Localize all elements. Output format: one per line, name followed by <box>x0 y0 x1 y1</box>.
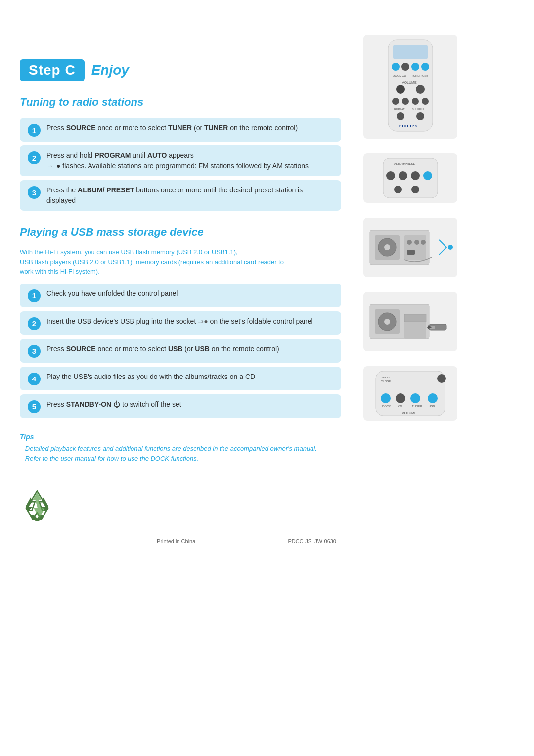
device-svg-2 <box>367 294 454 349</box>
svg-point-35 <box>407 240 412 245</box>
usb-step-number-1: 1 <box>28 289 41 302</box>
svg-text:CD: CD <box>398 405 402 408</box>
step-c-label: Step C <box>20 59 85 81</box>
svg-point-3 <box>401 63 409 71</box>
svg-rect-46 <box>429 326 435 329</box>
hifi-device-image-2 <box>363 292 457 351</box>
usb-step-1-text: Check you have unfolded the control pane… <box>46 288 333 299</box>
svg-text:VOLUME: VOLUME <box>402 81 417 84</box>
tuning-step-2-text: Press and hold PROGRAM until AUTO appear… <box>46 150 333 171</box>
svg-point-12 <box>416 85 425 94</box>
svg-point-4 <box>411 63 419 71</box>
svg-text:DOCK: DOCK <box>393 74 401 77</box>
svg-point-26 <box>411 171 420 180</box>
svg-rect-34 <box>404 235 426 260</box>
step-enjoy-label: Enjoy <box>91 62 129 78</box>
device-svg-1 <box>367 220 454 275</box>
svg-text:TUNER: TUNER <box>411 74 422 77</box>
svg-point-13 <box>392 98 399 105</box>
usb-step-5-text: Press STANDBY-ON ⏻ to switch off the set <box>46 399 333 410</box>
svg-text:DOCK: DOCK <box>382 405 391 408</box>
usb-step-4-text: Play the USB's audio files as you do wit… <box>46 372 333 382</box>
svg-point-36 <box>414 240 419 245</box>
hifi-device-image-1 <box>363 218 457 277</box>
svg-text:TUNER: TUNER <box>412 405 422 408</box>
remote-small-image: ALBUM/PRESET <box>363 153 457 203</box>
svg-point-5 <box>421 63 429 71</box>
svg-text:OPEN/: OPEN/ <box>381 376 390 379</box>
usb-step-2: 2 Insert the USB device's USB plug into … <box>20 311 341 335</box>
svg-point-33 <box>384 244 390 250</box>
svg-text:USB: USB <box>422 74 428 77</box>
svg-text:CD: CD <box>402 74 406 77</box>
step-number-3: 3 <box>28 186 41 199</box>
svg-point-14 <box>402 98 409 105</box>
tips-text: – Detailed playback features and additio… <box>20 444 341 465</box>
svg-point-15 <box>412 98 419 105</box>
usb-step-number-5: 5 <box>28 400 41 413</box>
usb-step-1: 1 Check you have unfolded the control pa… <box>20 284 341 307</box>
svg-point-25 <box>399 171 407 180</box>
page-container: Step C Enjoy Tuning to radio stations 1 … <box>0 0 534 756</box>
usb-step-number-2: 2 <box>28 317 41 330</box>
remote-control-image: DOCK CD TUNER USB VOLUME REPEAT SHUFFLE <box>363 35 457 139</box>
usb-step-3: 3 Press SOURCE once or more to select US… <box>20 339 341 363</box>
svg-point-27 <box>423 171 432 180</box>
footer: Printed in China PDCC-JS_JW-0630 <box>20 489 341 544</box>
svg-text:REPEAT: REPEAT <box>394 108 405 111</box>
usb-intro-text: With the Hi-Fi system, you can use USB f… <box>20 247 341 277</box>
svg-point-50 <box>437 374 446 383</box>
usb-step-number-3: 3 <box>28 345 41 358</box>
tuning-steps-list: 1 Press SOURCE once or more to select TU… <box>20 118 341 211</box>
svg-text:SHUFFLE: SHUFFLE <box>412 108 424 111</box>
svg-point-20 <box>416 112 424 120</box>
tuning-step-2: 2 Press and hold PROGRAM until AUTO appe… <box>20 145 341 176</box>
svg-point-28 <box>394 186 402 193</box>
usb-step-5: 5 Press STANDBY-ON ⏻ to switch off the s… <box>20 394 341 418</box>
svg-point-51 <box>381 393 391 403</box>
svg-text:ALBUM/PRESET: ALBUM/PRESET <box>394 162 417 165</box>
footer-model: PDCC-JS_JW-0630 <box>288 538 336 544</box>
svg-point-11 <box>396 85 405 94</box>
step-number-2: 2 <box>28 151 41 164</box>
remote-bottom-svg: OPEN/ CLOSE DOCK CD TUNER USB VOLUME <box>368 369 452 418</box>
remote-svg: DOCK CD TUNER USB VOLUME REPEAT SHUFFLE <box>378 37 443 136</box>
remote-small-svg: ALBUM/PRESET <box>378 156 443 200</box>
tips-title: Tips <box>20 433 341 441</box>
usb-steps-list: 1 Check you have unfolded the control pa… <box>20 284 341 418</box>
svg-point-29 <box>411 186 419 193</box>
usb-step-4: 4 Play the USB's audio files as you do w… <box>20 367 341 390</box>
svg-text:USB: USB <box>429 405 435 408</box>
svg-point-54 <box>428 393 438 403</box>
remote-bottom-image: OPEN/ CLOSE DOCK CD TUNER USB VOLUME <box>363 366 457 421</box>
svg-point-37 <box>421 240 426 245</box>
svg-rect-44 <box>404 322 426 339</box>
svg-rect-38 <box>407 250 415 255</box>
svg-point-19 <box>397 112 404 120</box>
svg-rect-1 <box>393 45 428 59</box>
svg-text:VOLUME: VOLUME <box>402 411 417 415</box>
footer-printed: Printed in China <box>157 538 195 544</box>
svg-point-39 <box>448 245 453 250</box>
footer-bottom: Printed in China PDCC-JS_JW-0630 <box>20 538 341 544</box>
usb-section-title: Playing a USB mass storage device <box>20 226 341 238</box>
svg-point-16 <box>422 98 429 105</box>
step-number-1: 1 <box>28 124 41 137</box>
usb-step-number-4: 4 <box>28 373 41 385</box>
svg-point-24 <box>386 171 395 180</box>
step-header: Step C Enjoy <box>20 59 341 81</box>
svg-point-43 <box>384 319 390 325</box>
svg-point-53 <box>410 393 420 403</box>
right-column: DOCK CD TUNER USB VOLUME REPEAT SHUFFLE <box>356 30 465 736</box>
tuning-step-3: 3 Press the ALBUM/ PRESET buttons once o… <box>20 180 341 211</box>
svg-text:CLOSE: CLOSE <box>381 380 391 383</box>
svg-point-2 <box>392 63 400 71</box>
usb-step-2-text: Insert the USB device's USB plug into th… <box>46 316 333 327</box>
tuning-step-3-text: Press the ALBUM/ PRESET buttons once or … <box>46 185 333 206</box>
tips-section: Tips – Detailed playback features and ad… <box>20 433 341 465</box>
tuning-step-1-text: Press SOURCE once or more to select TUNE… <box>46 123 333 133</box>
svg-point-52 <box>396 393 405 403</box>
left-column: Step C Enjoy Tuning to radio stations 1 … <box>20 30 356 736</box>
svg-text:PHILIPS: PHILIPS <box>399 124 418 128</box>
usb-step-3-text: Press SOURCE once or more to select USB … <box>46 344 333 354</box>
